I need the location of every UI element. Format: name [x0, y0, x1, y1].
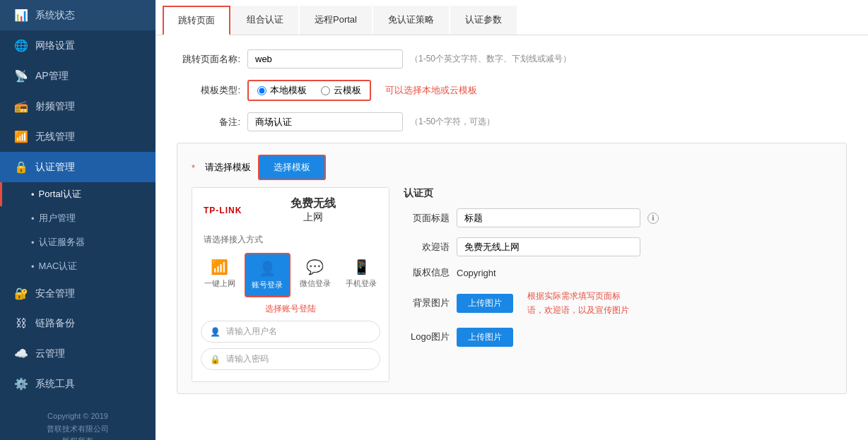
- config-logo-label: Logo图片: [404, 331, 450, 343]
- login-method-wechat[interactable]: 💬 微信登录: [293, 253, 337, 297]
- wechat-label: 微信登录: [300, 278, 331, 289]
- config-page-title-row: 页面标题 ℹ: [404, 208, 832, 227]
- radio-local-template[interactable]: 本地模板: [257, 84, 307, 97]
- lock-icon: 🔒: [210, 355, 221, 364]
- sidebar-item-label: 射频管理: [35, 100, 75, 113]
- page-name-label: 跳转页面名称:: [177, 53, 240, 66]
- footer-line1: Copyright © 2019: [11, 410, 144, 423]
- config-bg-image-row: 背景图片 上传图片 根据实际需求填写页面标 语，欢迎语，以及宣传图片: [404, 289, 832, 318]
- preview-config-area: TP-LINK 免费无线 上网 请选择接入方式 📶 一键上网 �: [192, 187, 832, 382]
- phone-icon: 📱: [353, 258, 370, 275]
- sidebar-item-cloud-management[interactable]: ☁️ 云管理: [0, 338, 156, 369]
- config-page-title-input[interactable]: [457, 208, 640, 227]
- sidebar-item-wireless-management[interactable]: 📶 无线管理: [0, 121, 156, 152]
- sidebar-item-label: 链路备份: [35, 317, 75, 330]
- sidebar-sub-item-user-management[interactable]: • 用户管理: [0, 206, 156, 230]
- login-method-account[interactable]: 👤 账号登录: [245, 253, 291, 297]
- config-title: 认证页: [404, 187, 832, 200]
- preview-logo: TP-LINK: [204, 206, 242, 215]
- one-click-icon: 📶: [211, 258, 228, 275]
- sidebar-item-ap-management[interactable]: 📡 AP管理: [0, 61, 156, 91]
- bg-upload-button[interactable]: 上传图片: [457, 294, 513, 313]
- tab-exempt-policy[interactable]: 免认证策略: [373, 6, 449, 35]
- system-status-icon: 📊: [14, 8, 28, 22]
- one-click-label: 一键上网: [204, 278, 235, 289]
- login-method-one-click[interactable]: 📶 一键上网: [198, 253, 242, 297]
- account-icon: 👤: [259, 260, 276, 277]
- select-account-hint-text: 选择账号登陆: [265, 304, 316, 314]
- sub-item-dot: •: [31, 189, 35, 200]
- sub-item-dot: •: [31, 261, 35, 272]
- config-copyright-row: 版权信息 Copyright: [404, 266, 832, 279]
- sidebar-item-system-status[interactable]: 📊 系统状态: [0, 0, 156, 30]
- note-line1: 根据实际需求填写页面标: [527, 291, 621, 301]
- note-hint: （1-50个字符，可选）: [410, 116, 495, 128]
- auth-icon: 🔒: [14, 160, 28, 174]
- sidebar-sub-item-mac-auth[interactable]: • MAC认证: [0, 254, 156, 278]
- info-icon-page-title[interactable]: ℹ: [647, 213, 659, 224]
- username-placeholder: 请输入用户名: [226, 326, 277, 338]
- sidebar: 📊 系统状态 🌐 网络设置 📡 AP管理 📻 射频管理 📶 无线管理 🔒 认证管…: [0, 0, 156, 440]
- sub-item-dot: •: [31, 237, 35, 248]
- tab-combined-auth[interactable]: 组合认证: [232, 6, 298, 35]
- template-section: * 请选择模板 选择模板 TP-LINK 免费无线 上网 请选择接入方式: [177, 143, 847, 394]
- template-hint: 可以选择本地或云模板: [385, 84, 477, 97]
- tab-remote-portal[interactable]: 远程Portal: [300, 6, 372, 35]
- config-logo-row: Logo图片 上传图片: [404, 328, 832, 347]
- template-select-label: 请选择模板: [205, 161, 251, 174]
- note-input[interactable]: [247, 112, 403, 131]
- sidebar-item-auth-management[interactable]: 🔒 认证管理: [0, 152, 156, 182]
- tab-redirect-page[interactable]: 跳转页面: [163, 6, 230, 35]
- select-template-button[interactable]: 选择模板: [258, 155, 326, 180]
- sub-item-dot: •: [31, 213, 35, 224]
- sidebar-sub-item-label: Portal认证: [39, 188, 81, 201]
- page-content: 跳转页面名称: （1-50个英文字符、数字、下划线或减号） 模板类型: 本地模板…: [156, 35, 868, 440]
- sidebar-item-label: 安全管理: [35, 287, 75, 300]
- account-label: 账号登录: [252, 280, 283, 290]
- radio-cloud-label: 云模板: [334, 84, 361, 97]
- config-welcome-input[interactable]: [457, 237, 640, 256]
- template-select-row: * 请选择模板 选择模板: [192, 155, 832, 180]
- sidebar-item-label: 网络设置: [35, 40, 75, 52]
- radio-local-input[interactable]: [257, 86, 266, 95]
- config-copyright-label: 版权信息: [404, 266, 450, 279]
- preview-password-row: 🔒 请输入密码: [201, 348, 380, 370]
- password-placeholder: 请输入密码: [226, 353, 269, 365]
- logo-upload-button[interactable]: 上传图片: [457, 328, 513, 347]
- required-star: *: [192, 162, 195, 173]
- radio-local-label: 本地模板: [270, 84, 307, 97]
- page-name-row: 跳转页面名称: （1-50个英文字符、数字、下划线或减号）: [177, 49, 847, 69]
- wireless-icon: 📶: [14, 130, 28, 143]
- sidebar-item-link-backup[interactable]: ⛓ 链路备份: [0, 309, 156, 338]
- template-type-row: 模板类型: 本地模板 云模板 可以选择本地或云模板: [177, 80, 847, 101]
- page-name-input[interactable]: [247, 49, 403, 69]
- config-page-title-label: 页面标题: [404, 212, 450, 225]
- page-name-hint: （1-50个英文字符、数字、下划线或减号）: [410, 53, 571, 65]
- sidebar-item-network-settings[interactable]: 🌐 网络设置: [0, 30, 156, 61]
- sidebar-item-security-management[interactable]: 🔐 安全管理: [0, 278, 156, 309]
- sidebar-item-radio-management[interactable]: 📻 射频管理: [0, 91, 156, 121]
- config-panel: 认证页 页面标题 ℹ 欢迎语 版权信息 Copyright: [404, 187, 832, 382]
- tab-bar: 跳转页面 组合认证 远程Portal 免认证策略 认证参数: [156, 0, 868, 35]
- preview-header: TP-LINK 免费无线 上网: [192, 188, 389, 230]
- sidebar-item-label: AP管理: [35, 70, 69, 83]
- sidebar-item-system-tools[interactable]: ⚙️ 系统工具: [0, 369, 156, 399]
- preview-title: 免费无线 上网: [249, 196, 377, 224]
- config-copyright-value: Copyright: [457, 268, 496, 278]
- radio-cloud-template[interactable]: 云模板: [321, 84, 361, 97]
- preview-login-form: 👤 请输入用户名 🔒 请输入密码: [192, 315, 389, 381]
- preview-title-line1: 免费无线: [249, 196, 377, 211]
- template-type-radio-group: 本地模板 云模板: [247, 80, 371, 101]
- tools-icon: ⚙️: [14, 377, 28, 391]
- main-content: 跳转页面 组合认证 远程Portal 免认证策略 认证参数 跳转页面名称: （1…: [156, 0, 868, 440]
- sidebar-item-label: 无线管理: [35, 131, 75, 143]
- login-method-phone[interactable]: 📱 手机登录: [340, 253, 384, 297]
- tab-auth-params[interactable]: 认证参数: [450, 6, 517, 35]
- ap-icon: 📡: [14, 69, 28, 83]
- config-welcome-row: 欢迎语: [404, 237, 832, 256]
- security-icon: 🔐: [14, 287, 28, 300]
- radio-cloud-input[interactable]: [321, 86, 330, 95]
- preview-panel: TP-LINK 免费无线 上网 请选择接入方式 📶 一键上网 �: [192, 187, 389, 382]
- sidebar-sub-item-auth-server[interactable]: • 认证服务器: [0, 230, 156, 254]
- sidebar-sub-item-portal-auth[interactable]: • Portal认证: [0, 182, 156, 206]
